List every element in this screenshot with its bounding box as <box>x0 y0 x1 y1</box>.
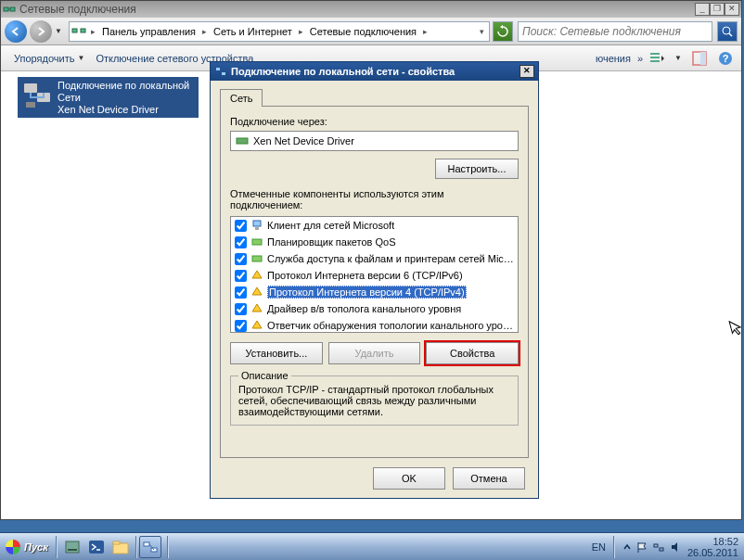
svg-line-6 <box>729 33 732 36</box>
adapter-field: Xen Net Device Driver <box>230 131 519 151</box>
search-button[interactable] <box>717 21 738 42</box>
protocol-icon <box>250 319 263 332</box>
organize-menu[interactable]: Упорядочить ▼ <box>8 53 90 64</box>
chevron-right-icon[interactable]: ▸ <box>199 27 210 36</box>
component-checkbox[interactable] <box>235 253 247 265</box>
help-button[interactable]: ? <box>717 50 734 67</box>
connection-properties-dialog: Подключение по локальной сети - свойства… <box>210 61 539 499</box>
remove-button: Удалить <box>328 342 421 364</box>
close-button[interactable]: ✕ <box>725 3 739 16</box>
windows-logo-icon <box>6 540 20 554</box>
list-item[interactable]: Клиент для сетей Microsoft <box>231 217 518 234</box>
connection-item[interactable]: Подключение по локальной Сети Xen Net De… <box>18 77 199 118</box>
dialog-icon <box>214 65 227 78</box>
svg-rect-11 <box>700 52 706 65</box>
svg-rect-1 <box>10 7 15 11</box>
network-tray-icon[interactable] <box>652 541 665 554</box>
flag-icon[interactable] <box>635 541 648 554</box>
preview-pane-button[interactable] <box>691 50 708 67</box>
chevron-down-icon[interactable]: ▾ <box>477 27 487 36</box>
taskbar-task-network[interactable] <box>139 536 161 558</box>
back-button[interactable] <box>5 20 27 43</box>
list-item[interactable]: Драйвер в/в тополога канального уровня <box>231 300 518 317</box>
protocol-icon <box>250 286 263 299</box>
cancel-button[interactable]: Отмена <box>453 467 525 490</box>
ok-button[interactable]: OK <box>373 467 445 490</box>
chevron-right-icon[interactable]: ▸ <box>420 27 430 36</box>
svg-rect-28 <box>113 541 120 544</box>
truncated-commands[interactable]: ючения » <box>590 53 648 64</box>
chevron-right-icon[interactable]: ▸ <box>88 27 98 36</box>
search-input[interactable] <box>522 25 708 38</box>
component-checkbox[interactable] <box>235 220 247 232</box>
install-button[interactable]: Установить... <box>230 342 323 364</box>
breadcrumb-root[interactable]: Панель управления <box>98 26 199 37</box>
description-legend: Описание <box>238 370 291 381</box>
components-list[interactable]: Клиент для сетей Microsoft Планировщик п… <box>230 216 519 333</box>
tray-expand-icon[interactable] <box>622 541 632 554</box>
list-item[interactable]: Протокол Интернета версии 6 (TCP/IPv6) <box>231 267 518 284</box>
svg-rect-8 <box>650 57 660 58</box>
network-adapter-icon <box>20 80 54 113</box>
component-checkbox[interactable] <box>235 320 247 332</box>
protocol-icon <box>250 269 263 282</box>
minimize-button[interactable]: _ <box>695 3 710 16</box>
connect-via-label: Подключение через: <box>230 116 519 127</box>
dialog-close-button[interactable]: ✕ <box>520 65 534 78</box>
nav-history-dropdown[interactable]: ▼ <box>55 27 66 35</box>
maximize-button[interactable]: ❐ <box>710 3 725 16</box>
svg-rect-24 <box>66 541 79 553</box>
app-icon <box>3 3 16 16</box>
address-bar[interactable]: ▸ Панель управления ▸ Сеть и Интернет ▸ … <box>69 21 490 42</box>
client-icon <box>250 219 263 232</box>
description-group: Описание Протокол TCP/IP - стандартный п… <box>230 375 519 426</box>
component-checkbox[interactable] <box>235 236 247 248</box>
dialog-titlebar[interactable]: Подключение по локальной сети - свойства… <box>211 62 538 81</box>
powershell-icon[interactable] <box>85 536 108 558</box>
chevron-down-icon[interactable]: ▼ <box>674 54 682 62</box>
tab-network[interactable]: Сеть <box>220 89 263 107</box>
chevron-right-icon[interactable]: ▸ <box>296 27 306 36</box>
adapter-icon <box>235 134 250 148</box>
connection-label: Подключение по локальной Сети Xen Net De… <box>58 80 189 115</box>
svg-rect-14 <box>24 83 37 93</box>
titlebar[interactable]: Сетевые подключения _ ❐ ✕ <box>1 1 741 18</box>
component-checkbox[interactable] <box>235 286 247 299</box>
protocol-icon <box>250 302 263 315</box>
properties-button[interactable]: Свойства <box>426 342 519 364</box>
svg-rect-23 <box>252 256 262 261</box>
volume-icon[interactable] <box>669 541 682 554</box>
component-checkbox[interactable] <box>235 303 247 315</box>
component-checkbox[interactable] <box>235 270 247 282</box>
configure-button[interactable]: Настроить... <box>435 159 519 179</box>
separator <box>167 536 169 558</box>
explorer-icon[interactable] <box>109 536 132 558</box>
forward-button[interactable] <box>30 20 52 43</box>
svg-rect-19 <box>237 138 248 144</box>
clock[interactable]: 18:52 26.05.2011 <box>687 536 738 558</box>
view-options-button[interactable] <box>648 50 665 67</box>
separator <box>135 536 137 558</box>
server-manager-icon[interactable] <box>61 536 83 558</box>
list-item[interactable]: Планировщик пакетов QoS <box>231 234 518 250</box>
taskbar: Пуск EN 18:52 26.05.2011 <box>0 532 744 560</box>
svg-rect-18 <box>222 72 225 75</box>
search-box[interactable] <box>518 21 712 42</box>
list-item[interactable]: Служба доступа к файлам и принтерам сете… <box>231 250 518 267</box>
svg-rect-22 <box>252 239 262 245</box>
list-item[interactable]: Ответчик обнаружения топологии канальног… <box>231 317 518 333</box>
svg-rect-32 <box>654 544 658 547</box>
svg-rect-17 <box>216 68 220 70</box>
refresh-button[interactable] <box>493 21 513 42</box>
svg-rect-20 <box>253 221 261 226</box>
chevron-down-icon: ▼ <box>77 54 84 62</box>
svg-rect-16 <box>26 102 35 108</box>
breadcrumb-seg1[interactable]: Сеть и Интернет <box>210 26 296 37</box>
svg-rect-4 <box>81 29 85 32</box>
svg-rect-25 <box>68 549 77 551</box>
language-indicator[interactable]: EN <box>592 541 606 553</box>
start-button[interactable]: Пуск <box>0 533 54 561</box>
list-item-selected[interactable]: Протокол Интернета версии 4 (TCP/IPv4) <box>231 284 518 300</box>
breadcrumb-seg2[interactable]: Сетевые подключения <box>306 26 420 37</box>
svg-rect-9 <box>650 60 660 62</box>
